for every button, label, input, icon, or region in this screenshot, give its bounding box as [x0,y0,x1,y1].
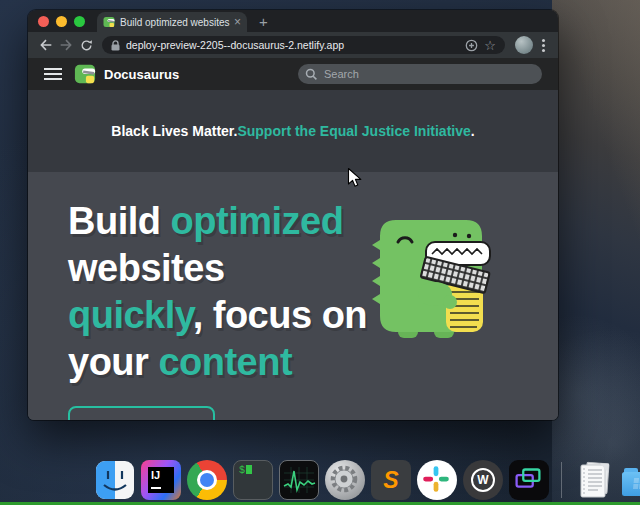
zoom-level-icon[interactable] [465,39,478,52]
page-content: Docusaurus Black Lives Matter. Support t… [28,58,558,420]
sublime-label: S [383,467,398,494]
desktop: Build optimized websites quick × + [0,0,640,505]
hero-word: , focus on [193,294,367,336]
site-title[interactable]: Docusaurus [104,67,179,82]
tab-close-icon[interactable]: × [234,16,241,28]
display-windows-app-icon[interactable] [509,460,549,500]
announcement-suffix: . [471,123,475,139]
search-box[interactable] [298,64,542,84]
documents-stack-icon[interactable] [574,460,614,500]
reload-icon[interactable] [76,35,96,55]
zoom-window-button[interactable] [74,16,85,27]
search-icon [305,68,318,81]
activity-monitor-icon[interactable] [279,460,319,500]
chrome-icon[interactable] [187,460,227,500]
workplace-icon[interactable]: W [463,460,503,500]
slack-icon[interactable] [417,460,457,500]
system-preferences-icon[interactable] [325,460,365,500]
browser-toolbar: deploy-preview-2205--docusaurus-2.netlif… [28,32,558,58]
docusaurus-favicon [103,16,115,28]
site-navbar: Docusaurus [28,58,558,90]
hero-word: websites [68,247,225,289]
lock-icon [111,40,120,51]
bookmark-star-icon[interactable]: ☆ [484,39,496,52]
hero-heading: Build optimized websites quickly, focus … [68,198,367,386]
sublime-text-icon[interactable]: S [371,460,411,500]
profile-avatar[interactable] [515,36,533,54]
address-bar[interactable]: deploy-preview-2205--docusaurus-2.netlif… [102,36,505,54]
new-tab-button[interactable]: + [259,12,268,32]
close-window-button[interactable] [38,16,49,27]
workplace-label: W [477,473,488,487]
window-controls [38,10,85,32]
tab-strip: Build optimized websites quick × + [28,10,558,32]
dock: IJ $ S [95,460,640,500]
browser-menu-icon[interactable] [537,39,550,52]
get-started-button[interactable] [68,406,215,420]
announcement-bar: Black Lives Matter. Support the Equal Ju… [28,90,558,172]
browser-window: Build optimized websites quick × + [28,10,558,420]
terminal-prompt: $ [239,465,245,476]
announcement-link[interactable]: Support the Equal Justice Initiative [237,123,470,139]
docusaurus-dino-illustration [362,208,502,346]
docusaurus-logo[interactable] [74,63,96,85]
search-input[interactable] [298,64,542,84]
mouse-cursor [347,167,362,188]
tab-title: Build optimized websites quick [120,17,230,28]
finder-icon[interactable] [95,460,135,500]
intellij-idea-icon[interactable]: IJ [141,460,181,500]
hero-word: your [68,341,158,383]
intellij-label: IJ [148,467,174,493]
announcement-text: Black Lives Matter. [111,123,237,139]
back-icon[interactable] [36,35,56,55]
hero-word-accent: quickly [68,294,193,336]
shared-folder-icon[interactable] [620,460,640,500]
desktop-wallpaper [552,0,640,505]
hero-word: Build [68,200,171,242]
hero-word-accent: content [158,341,292,383]
browser-tab[interactable]: Build optimized websites quick × [97,12,247,32]
minimize-window-button[interactable] [56,16,67,27]
terminal-icon[interactable]: $ [233,460,273,500]
hero-word-accent: optimized [171,200,344,242]
hero-section: Build optimized websites quickly, focus … [28,172,558,420]
dock-divider [561,462,562,498]
url-text: deploy-preview-2205--docusaurus-2.netlif… [126,39,459,51]
menu-hamburger-icon[interactable] [44,68,62,80]
forward-icon[interactable] [56,35,76,55]
